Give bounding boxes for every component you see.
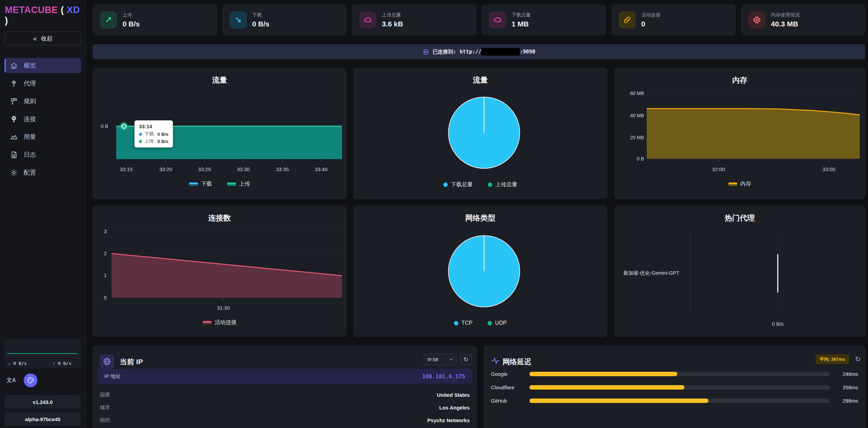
refresh-ip-button[interactable]: ↻ (460, 354, 472, 365)
stat-label: 内存使用情况 (771, 12, 800, 18)
app-logo: METACUBE ( XD ) (5, 5, 85, 26)
sidebar-item-config[interactable]: 配置 (4, 165, 81, 180)
sidebar-item-label: 日志 (24, 151, 36, 159)
legend-item[interactable]: 内存 (728, 180, 751, 188)
ip-info-row: 城市Los Angeles (93, 401, 477, 414)
sidebar-item-label: 配置 (24, 168, 36, 177)
latency-row: Cloudflare258ms (491, 381, 858, 394)
legend-marker (203, 321, 212, 324)
latency-bar-fill (529, 399, 708, 403)
average-latency-badge: 平均: 267ms (816, 354, 849, 364)
arrow-up-right-icon: ↗ (100, 11, 117, 28)
sidebar-item-connections[interactable]: 连接 (4, 111, 81, 127)
latency-bar-track (529, 385, 830, 390)
language-icon[interactable]: 文A (7, 377, 16, 384)
stat-card: 下载总量1 MB (482, 4, 606, 35)
stat-card: ↗上传0 B/s (93, 4, 217, 35)
sidebar-item-label: 连接 (24, 115, 36, 123)
bar-category-label: 新加坡-优化-Gemini-GPT (623, 270, 679, 276)
svg-text:33:25: 33:25 (198, 166, 211, 172)
x-axis-label: 0 B/s (772, 321, 784, 327)
svg-text:31:30: 31:30 (217, 305, 230, 311)
legend-label: 内存 (740, 180, 751, 188)
theme-palette-button[interactable] (24, 373, 37, 387)
connections-chart-panel: 连接数 321031:30活动连接 (93, 206, 347, 337)
svg-text:32:00: 32:00 (712, 166, 725, 172)
mini-traffic-widget: ↓ 0 B/s ↑ 0 B/s (4, 338, 81, 369)
chart-legend: 下载总量上传总量 (354, 181, 607, 188)
panel-title: 当前 IP (120, 357, 143, 367)
svg-text:3: 3 (104, 228, 107, 234)
stat-label: 上传总量 (382, 12, 403, 18)
legend-label: 活动连接 (215, 319, 237, 326)
legend-marker (227, 182, 236, 186)
chart-legend: 内存 (614, 180, 865, 188)
legend-item[interactable]: 活动连接 (203, 319, 237, 326)
legend-label: 下载 (201, 180, 212, 188)
sidebar-item-label: 代理 (24, 79, 36, 87)
memory-area-chart: 60 MB40 MB20 MB0 B32:0033:00 (614, 68, 866, 199)
sidebar-item-proxy[interactable]: 代理 (4, 76, 81, 91)
chart-legend: 下载上传 (93, 180, 346, 188)
stat-value: 40.3 MB (771, 20, 800, 28)
stat-value: 0 B/s (122, 20, 140, 28)
legend-item[interactable]: 下载 (189, 180, 212, 188)
ui-build-button[interactable]: alpha-97bce45 (4, 412, 81, 426)
top-proxies-panel: 热门代理 新加坡-优化-Gemini-GPT0 B/s (614, 206, 865, 337)
refresh-icon: ↻ (855, 355, 861, 363)
legend-item[interactable]: 上传 (227, 180, 250, 188)
sidebar-item-rules[interactable]: 规则 (4, 94, 81, 109)
legend-label: UDP (495, 320, 507, 326)
chip-icon (748, 11, 765, 28)
double-chevron-left-icon: « (33, 35, 37, 43)
stat-label: 上传 (122, 12, 140, 18)
redacted-host (481, 48, 520, 56)
latency-row: Google246ms (491, 367, 858, 381)
legend-item[interactable]: UDP (488, 320, 507, 326)
pulse-icon (491, 356, 500, 367)
ip-source-select[interactable]: IP.SB (424, 354, 457, 365)
legend-label: 下载总量 (451, 181, 473, 188)
active-point-marker (119, 122, 128, 131)
server-icon (423, 49, 429, 55)
svg-text:1: 1 (104, 272, 107, 278)
arrow-up-icon: ↑ (52, 361, 55, 366)
svg-text:33:35: 33:35 (276, 166, 289, 172)
legend-dot (443, 182, 448, 187)
legend-marker (189, 182, 198, 186)
connection-url: http://:9090 (460, 48, 535, 56)
svg-text:60 MB: 60 MB (630, 91, 644, 96)
legend-item[interactable]: TCP (454, 320, 472, 326)
chart-legend: TCPUDP (354, 320, 607, 326)
svg-text:0 B: 0 B (101, 123, 108, 129)
refresh-latency-button[interactable]: ↻ (855, 355, 861, 363)
legend-item[interactable]: 下载总量 (443, 181, 473, 188)
legend-item[interactable]: 上传总量 (488, 181, 517, 188)
latency-bar-fill (529, 372, 677, 376)
connection-banner: 已连接到: http://:9090 (93, 44, 865, 59)
collapse-sidebar-button[interactable]: « 收起 (4, 32, 81, 45)
network-latency-panel: 网络延迟 平均: 267ms ↻ Google246msCloudflare25… (484, 346, 865, 428)
core-version-button[interactable]: v1.243.0 (4, 395, 81, 409)
proxy-icon (10, 79, 18, 87)
stat-cards-row: ↗上传0 B/s↘下载0 B/s上传总量3.6 kB下载总量1 MB活动连接0内… (93, 4, 865, 35)
arrow-down-right-icon: ↘ (230, 11, 247, 28)
rules-icon (10, 97, 18, 105)
svg-text:33:40: 33:40 (315, 166, 328, 172)
current-ip-panel: 当前 IP IP.SB ↻ IP 地址 108.181.6.175 国家Unit… (93, 346, 477, 428)
legend-label: TCP (461, 320, 472, 326)
stat-card: 活动连接0 (611, 4, 736, 35)
stat-value: 3.6 kB (382, 20, 403, 28)
cloud-icon (359, 11, 376, 28)
stat-value: 0 B/s (252, 20, 269, 28)
legend-dot (454, 321, 458, 325)
stat-card: ↘下载0 B/s (222, 4, 347, 35)
sidebar-item-home[interactable]: 概览 (4, 58, 81, 73)
chevron-down-icon (449, 358, 453, 361)
stat-label: 下载 (252, 12, 269, 18)
svg-text:20 MB: 20 MB (630, 135, 644, 140)
svg-text:33:20: 33:20 (159, 166, 172, 172)
sidebar-item-logs[interactable]: 日志 (4, 147, 81, 162)
sidebar-item-usage[interactable]: 用量 (4, 129, 81, 144)
latency-bar-track (529, 399, 830, 403)
